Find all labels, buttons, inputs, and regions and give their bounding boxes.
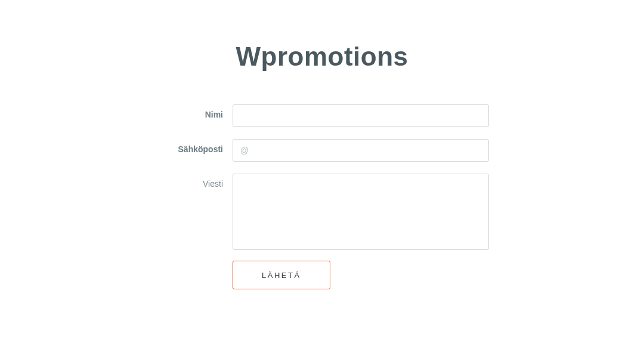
- name-row: Nimi: [155, 104, 489, 127]
- page-title: Wpromotions: [236, 42, 408, 72]
- name-input[interactable]: [233, 104, 489, 127]
- contact-form: Nimi Sähköposti Viesti Lähetä: [155, 104, 489, 289]
- button-row: Lähetä: [155, 261, 489, 289]
- email-label: Sähköposti: [155, 139, 233, 154]
- message-row: Viesti: [155, 174, 489, 250]
- message-textarea[interactable]: [233, 174, 489, 250]
- email-input[interactable]: [233, 139, 489, 162]
- email-row: Sähköposti: [155, 139, 489, 162]
- name-label: Nimi: [155, 104, 233, 119]
- message-label: Viesti: [155, 174, 233, 189]
- submit-button[interactable]: Lähetä: [233, 261, 330, 289]
